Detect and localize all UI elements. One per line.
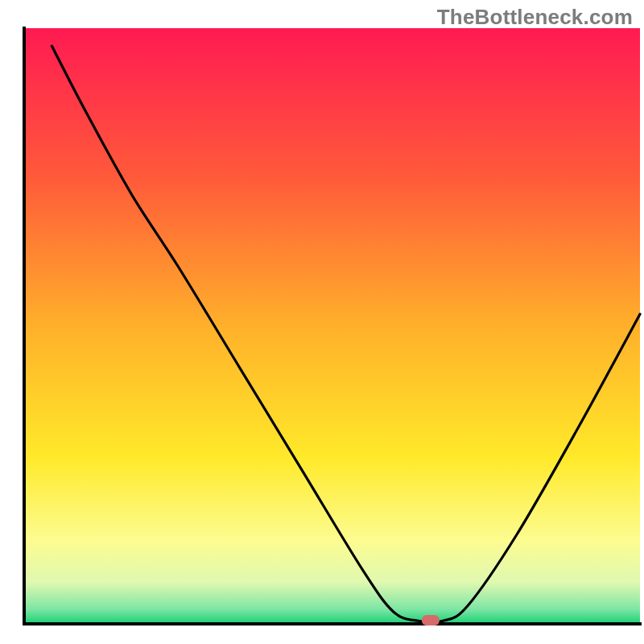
optimal-marker <box>422 615 440 625</box>
bottleneck-chart <box>0 0 644 644</box>
plot-background <box>24 28 640 624</box>
watermark-text: TheBottleneck.com <box>437 5 633 30</box>
chart-frame: TheBottleneck.com <box>0 0 644 644</box>
